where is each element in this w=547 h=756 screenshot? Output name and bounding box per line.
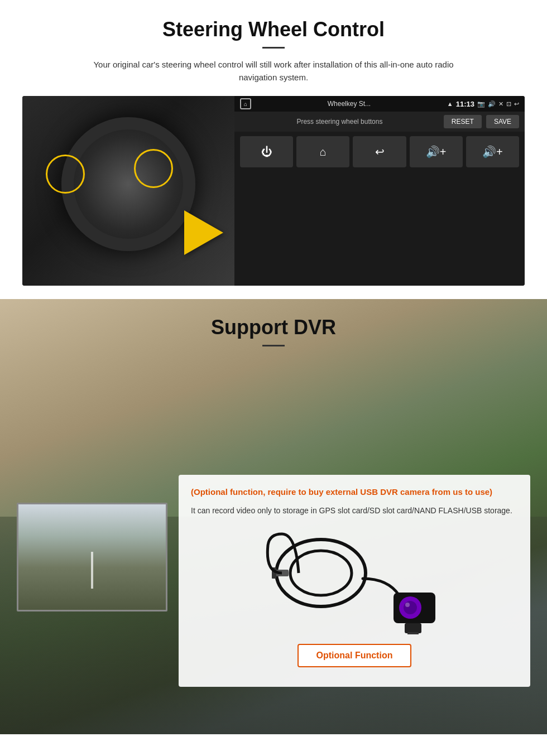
icon-button-bar: ⏻ ⌂ ↩ 🔊+ 🔊+ [234,132,525,172]
dvr-thumbnail [17,503,167,611]
dvr-info-card: (Optional function, require to buy exter… [179,475,530,687]
close-icon: ✕ [498,100,503,108]
svg-point-1 [290,551,352,595]
reset-button[interactable]: RESET [444,115,482,128]
dvr-description: It can record video only to storage in G… [191,504,518,517]
vol-up-icon-cell[interactable]: 🔊+ [410,136,463,167]
vol-up2-icon-cell[interactable]: 🔊+ [466,136,519,167]
svg-rect-9 [407,632,419,634]
steering-image-area: ⌂ Wheelkey St... ▲ 11:13 📷 🔊 ✕ ⊡ ↩ Press… [22,96,525,286]
app-name: Wheelkey St... [255,100,444,108]
dvr-card-area: (Optional function, require to buy exter… [0,475,547,687]
power-icon-cell[interactable]: ⏻ [240,136,293,167]
home-icon[interactable]: ⌂ [240,98,251,109]
svg-rect-8 [405,623,421,633]
camera-icon: 📷 [477,100,485,108]
dvr-camera-svg [265,528,444,634]
home-icon-cell[interactable]: ⌂ [296,136,349,167]
right-button-circle [134,149,173,188]
steering-divider [262,47,285,49]
save-button[interactable]: SAVE [486,115,519,128]
volume-icon: 🔊 [488,100,496,108]
steering-description: Your original car's steering wheel contr… [78,59,469,84]
back-icon-cell[interactable]: ↩ [353,136,406,167]
control-label: Press steering wheel buttons [240,118,439,126]
wifi-icon: ▲ [447,100,453,107]
svg-point-7 [405,603,410,607]
dvr-product-image [191,526,518,637]
android-headunit-ui: ⌂ Wheelkey St... ▲ 11:13 📷 🔊 ✕ ⊡ ↩ Press… [234,96,525,286]
control-bar: Press steering wheel buttons RESET SAVE [234,112,525,132]
svg-point-6 [404,601,417,614]
time-display: 11:13 [456,100,474,108]
steering-wheel-photo [22,96,234,286]
yellow-arrow [184,210,223,255]
dvr-title: Support DVR [211,316,336,339]
dvr-divider [262,345,285,346]
android-statusbar: ⌂ Wheelkey St... ▲ 11:13 📷 🔊 ✕ ⊡ ↩ [234,96,525,112]
optional-function-button[interactable]: Optional Function [298,644,412,667]
steering-section: Steering Wheel Control Your original car… [0,0,547,299]
steering-title: Steering Wheel Control [22,18,525,41]
dvr-content: Support DVR (Optional function, require … [0,299,547,687]
dvr-section: Support DVR (Optional function, require … [0,299,547,734]
dvr-road-line [91,552,93,589]
dvr-optional-text: (Optional function, require to buy exter… [191,486,518,499]
window-icon: ⊡ [506,100,511,108]
status-icons: ▲ 11:13 📷 🔊 ✕ ⊡ ↩ [447,100,519,108]
left-button-circle [46,155,85,194]
back-icon: ↩ [514,100,519,108]
